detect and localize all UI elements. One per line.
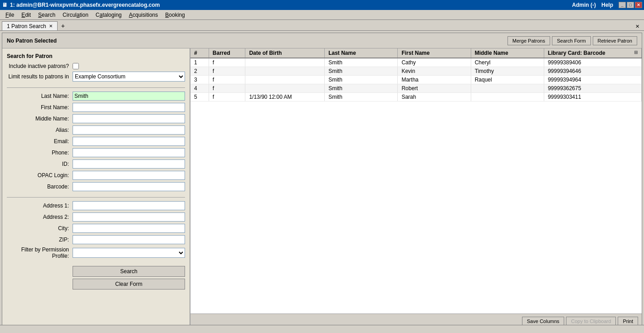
close-tab-icon[interactable]: ✕ xyxy=(49,24,53,29)
cell-last-name: Smith xyxy=(325,84,398,93)
add-tab-button[interactable]: + xyxy=(59,21,68,30)
zip-row: ZIP: xyxy=(7,235,185,244)
cell-lib-card: 99999303411 xyxy=(544,93,641,101)
address2-row: Address 2: xyxy=(7,212,185,222)
menu-search[interactable]: Search xyxy=(34,11,59,19)
table-header-row: # Barred Date of Birth Last Name First N… xyxy=(190,48,642,58)
tab-bar: 1 Patron Search ✕ + ✕ xyxy=(0,20,644,31)
zip-input[interactable] xyxy=(73,235,185,244)
cell-dob xyxy=(245,58,325,67)
permission-profile-select[interactable] xyxy=(73,248,185,258)
table-row[interactable]: 4 f Smith Robert 99999362675 xyxy=(190,84,642,93)
col-header-first-name[interactable]: First Name xyxy=(398,48,471,58)
menu-acquisitions[interactable]: Acquisitions xyxy=(125,11,161,19)
copy-to-clipboard-button[interactable]: Copy to Clipboard xyxy=(566,317,616,326)
cell-num: 4 xyxy=(190,84,209,93)
cell-middle-name xyxy=(471,93,544,101)
include-inactive-row: Include inactive patrons? xyxy=(7,63,185,69)
col-header-dob[interactable]: Date of Birth xyxy=(245,48,325,58)
id-input[interactable] xyxy=(73,159,185,169)
address1-label: Address 1: xyxy=(7,203,73,209)
cell-num: 3 xyxy=(190,76,209,84)
patron-header: No Patron Selected Merge Patrons Search … xyxy=(2,33,642,48)
menu-booking[interactable]: Booking xyxy=(161,11,188,19)
cell-barred: f xyxy=(209,93,245,101)
search-panel: Search for Patron Include inactive patro… xyxy=(2,48,190,328)
email-row: Email: xyxy=(7,137,185,146)
main-area: No Patron Selected Merge Patrons Search … xyxy=(2,33,642,328)
cell-dob: 1/13/90 12:00 AM xyxy=(245,93,325,101)
city-input[interactable] xyxy=(73,224,185,233)
col-header-lib-card[interactable]: Library Card: Barcode ⊞ xyxy=(544,48,641,58)
search-form-button[interactable]: Search Form xyxy=(552,36,591,45)
menu-circulation[interactable]: Circulation xyxy=(59,11,92,19)
limit-results-select[interactable]: Example Consortium xyxy=(73,72,185,82)
opac-login-label: OPAC Login: xyxy=(7,172,73,179)
menu-bar: File Edit Search Circulation Cataloging … xyxy=(0,10,644,20)
cell-middle-name xyxy=(471,84,544,93)
search-button[interactable]: Search xyxy=(73,266,185,277)
table-row[interactable]: 5 f 1/13/90 12:00 AM Smith Sarah 9999930… xyxy=(190,93,642,101)
results-panel: # Barred Date of Birth Last Name First N… xyxy=(190,48,642,328)
barcode-label: Barcode: xyxy=(7,183,73,190)
last-name-label: Last Name: xyxy=(7,93,73,99)
address1-input[interactable] xyxy=(73,201,185,210)
table-row[interactable]: 2 f Smith Kevin Timothy 99999394646 xyxy=(190,67,642,76)
last-name-input[interactable] xyxy=(73,92,185,101)
cell-barred: f xyxy=(209,84,245,93)
restore-button[interactable]: □ xyxy=(627,2,634,8)
save-columns-button[interactable]: Save Columns xyxy=(522,317,565,326)
middle-name-input[interactable] xyxy=(73,114,185,123)
menu-edit[interactable]: Edit xyxy=(18,11,34,19)
first-name-input[interactable] xyxy=(73,103,185,112)
cell-last-name: Smith xyxy=(325,93,398,101)
cell-middle-name: Timothy xyxy=(471,67,544,76)
col-header-num[interactable]: # xyxy=(190,48,209,58)
status-bar xyxy=(0,325,644,333)
title-bar-text: 1: admin@BR1-winxpvmfx.phasefx.evergreen… xyxy=(10,2,160,8)
limit-results-label: Limit results to patrons in xyxy=(7,73,73,80)
cell-first-name: Kevin xyxy=(398,67,471,76)
barcode-input[interactable] xyxy=(73,182,185,191)
first-name-label: First Name: xyxy=(7,104,73,111)
alias-label: Alias: xyxy=(7,127,73,133)
barcode-row: Barcode: xyxy=(7,182,185,191)
alias-input[interactable] xyxy=(73,125,185,135)
table-row[interactable]: 1 f Smith Cathy Cheryl 99999389406 xyxy=(190,58,642,67)
include-inactive-label: Include inactive patrons? xyxy=(7,63,73,69)
col-header-last-name[interactable]: Last Name xyxy=(325,48,398,58)
menu-cataloging[interactable]: Cataloging xyxy=(92,11,125,19)
content-area: Search for Patron Include inactive patro… xyxy=(2,48,642,328)
merge-patrons-button[interactable]: Merge Patrons xyxy=(507,36,550,45)
col-header-barred[interactable]: Barred xyxy=(209,48,245,58)
id-label: ID: xyxy=(7,161,73,167)
admin-menu[interactable]: Admin (-) xyxy=(572,2,596,8)
clear-form-button[interactable]: Clear Form xyxy=(73,279,185,290)
include-inactive-checkbox[interactable] xyxy=(73,63,79,69)
tab-patron-search-label: 1 Patron Search xyxy=(7,23,46,29)
cell-first-name: Robert xyxy=(398,84,471,93)
cell-middle-name: Raquel xyxy=(471,76,544,84)
first-name-row: First Name: xyxy=(7,103,185,112)
help-menu[interactable]: Help xyxy=(601,2,613,8)
city-label: City: xyxy=(7,225,73,232)
cell-barred: f xyxy=(209,58,245,67)
opac-login-input[interactable] xyxy=(73,171,185,180)
col-header-middle-name[interactable]: Middle Name xyxy=(471,48,544,58)
print-button[interactable]: Print xyxy=(618,317,638,326)
phone-input[interactable] xyxy=(73,148,185,157)
address2-input[interactable] xyxy=(73,212,185,222)
email-input[interactable] xyxy=(73,137,185,146)
window-close-icon[interactable]: ✕ xyxy=(633,23,642,30)
cell-first-name: Sarah xyxy=(398,93,471,101)
table-row[interactable]: 3 f Smith Martha Raquel 99999394964 xyxy=(190,76,642,84)
tab-patron-search[interactable]: 1 Patron Search ✕ xyxy=(2,21,58,30)
permission-profile-label: Filter by Permission Profile: xyxy=(7,246,73,259)
cell-num: 2 xyxy=(190,67,209,76)
retrieve-patron-button[interactable]: Retrieve Patron xyxy=(593,36,637,45)
close-button[interactable]: ✕ xyxy=(635,2,642,8)
menu-file[interactable]: File xyxy=(2,11,18,19)
cell-dob xyxy=(245,76,325,84)
cell-num: 1 xyxy=(190,58,209,67)
minimize-button[interactable]: _ xyxy=(619,2,626,8)
